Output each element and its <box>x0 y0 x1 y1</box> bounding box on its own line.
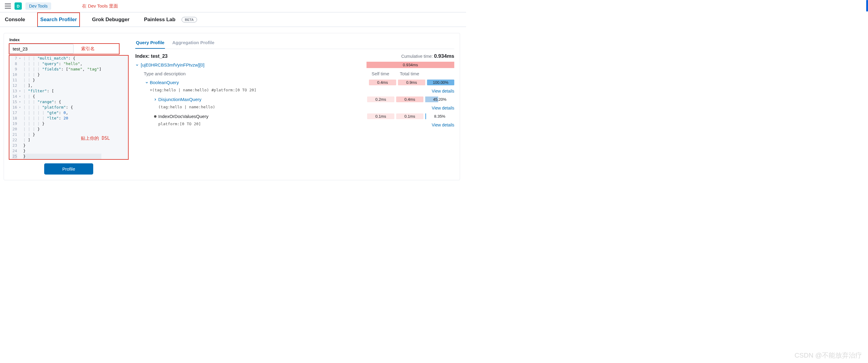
view-details-link[interactable]: View details <box>424 123 454 127</box>
chevron-right-icon <box>153 98 157 101</box>
tab-painless-lab[interactable]: Painless Lab <box>142 13 178 26</box>
query-desc-row: +(tag:hello | name:hello) #platform:[0 T… <box>135 86 454 96</box>
pct-bar: 100.00% <box>427 79 454 85</box>
view-details-link[interactable]: View details <box>424 106 454 110</box>
annotation-dsl: 贴上你的 DSL <box>81 135 110 141</box>
tool-tabs: Console Search Profiler Grok Debugger Pa… <box>0 12 466 27</box>
result-subtabs: Query Profile Aggregation Profile <box>135 37 454 49</box>
query-desc-row: platform:[0 TO 20] View details <box>135 120 454 129</box>
query-description: (tag:hello | name:hello) <box>158 104 424 111</box>
app-avatar[interactable]: D <box>14 2 22 10</box>
index-label: Index <box>9 37 128 42</box>
beta-badge: BETA <box>182 17 197 22</box>
shard-time-bar: 0.934ms <box>367 62 454 68</box>
expand-toggle[interactable] <box>144 81 150 85</box>
th-total-time: Total time <box>395 71 424 76</box>
index-input[interactable] <box>9 44 73 54</box>
annotation-top: 在 Dev Tools 里面 <box>82 3 118 9</box>
th-type: Type and description <box>144 71 186 76</box>
expand-toggle[interactable] <box>152 98 158 101</box>
total-time: 0.4ms <box>396 97 424 102</box>
pct-bar: 8.35% <box>425 113 454 119</box>
top-bar: D Dev Tools 在 Dev Tools 里面 <box>0 0 466 12</box>
cumulative-time: Cumulative time: 0.934ms <box>401 53 454 59</box>
dsl-editor[interactable]: 贴上你的 DSL 7891011121314151617181920212223… <box>9 56 128 159</box>
result-table-header: Type and description Self time Total tim… <box>135 71 454 79</box>
view-details-link[interactable]: View details <box>424 89 454 94</box>
bullet-icon <box>154 115 156 118</box>
self-time: 0.4ms <box>369 79 396 85</box>
subtab-aggregation-profile[interactable]: Aggregation Profile <box>172 37 215 49</box>
th-self-time: Self time <box>366 71 395 76</box>
breadcrumb[interactable]: Dev Tools <box>25 2 51 10</box>
self-time: 0.1ms <box>367 113 394 119</box>
self-time: 0.2ms <box>367 97 394 102</box>
shard-toggle[interactable]: [ujE0HRCBS3mfVyinFPtvzw][0] <box>135 62 204 67</box>
result-index-title: Index: test_23 <box>135 54 168 59</box>
pct-bar: 45.20% <box>425 97 454 102</box>
query-description: platform:[0 TO 20] <box>158 121 424 129</box>
query-name[interactable]: DisjunctionMaxQuery <box>158 97 365 102</box>
query-name[interactable]: BooleanQuery <box>150 80 367 85</box>
expand-toggle <box>152 115 158 118</box>
subtab-query-profile[interactable]: Query Profile <box>135 37 165 49</box>
th-spacer <box>424 71 454 76</box>
profiler-panel: Index 索引名 贴上你的 DSL 789101112131415161718… <box>4 33 460 180</box>
total-time: 0.9ms <box>398 79 425 85</box>
chevron-down-icon <box>135 63 139 67</box>
tab-console[interactable]: Console <box>2 13 28 26</box>
total-time: 0.1ms <box>396 113 424 119</box>
annotation-index: 索引名 <box>81 46 95 52</box>
query-row: IndexOrDocValuesQuery 0.1ms 0.1ms 8.35% <box>135 112 454 120</box>
query-row: BooleanQuery 0.4ms 0.9ms 100.00% <box>135 79 454 86</box>
menu-icon[interactable] <box>5 4 11 8</box>
tab-search-profiler[interactable]: Search Profiler <box>37 12 80 27</box>
chevron-down-icon <box>145 81 149 85</box>
query-row: DisjunctionMaxQuery 0.2ms 0.4ms 45.20% <box>135 96 454 103</box>
query-name: IndexOrDocValuesQuery <box>158 114 365 119</box>
profile-button[interactable]: Profile <box>44 163 94 174</box>
query-description: +(tag:hello | name:hello) #platform:[0 T… <box>150 87 424 95</box>
query-desc-row: (tag:hello | name:hello) View details <box>135 103 454 112</box>
tab-grok-debugger[interactable]: Grok Debugger <box>90 13 132 26</box>
